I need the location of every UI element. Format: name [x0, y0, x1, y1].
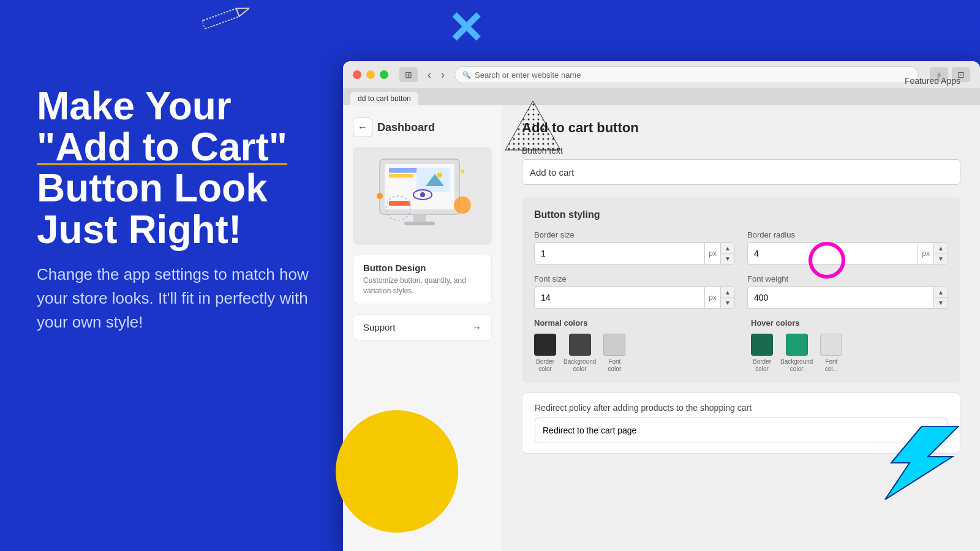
traffic-lights	[353, 70, 388, 79]
colors-row: Normal colors Bordercolor Backgroundcolo…	[534, 318, 948, 373]
hover-colors-title: Hover colors	[751, 318, 948, 328]
font-weight-down[interactable]: ▼	[934, 298, 948, 308]
border-row: Border size px ▲ ▼ Border radius	[534, 230, 948, 264]
lightning-decoration	[867, 426, 977, 502]
border-size-label: Border size	[534, 230, 735, 239]
address-text: Search or enter website name	[475, 70, 581, 80]
svg-rect-9	[389, 174, 413, 178]
font-size-unit: px	[704, 287, 720, 308]
minimize-button[interactable]	[366, 70, 375, 79]
button-design-label: Button Design	[363, 263, 481, 273]
back-nav-button[interactable]: ‹	[424, 67, 435, 83]
svg-marker-5	[885, 426, 959, 500]
border-radius-down[interactable]: ▼	[934, 253, 948, 264]
normal-bg-color-swatch[interactable]	[569, 334, 591, 356]
font-weight-input[interactable]	[748, 293, 933, 302]
button-text-label: Button text	[522, 146, 960, 156]
svg-marker-2	[236, 4, 251, 17]
border-radius-label: Border radius	[747, 230, 948, 239]
font-weight-group: Font weight ▲ ▼	[747, 274, 948, 309]
sidebar-back[interactable]: ← Dashboard	[353, 118, 492, 137]
browser-tab-bar: dd to cart button	[343, 88, 980, 105]
svg-rect-17	[413, 214, 426, 222]
svg-rect-18	[404, 222, 435, 225]
styling-title: Button styling	[534, 209, 948, 220]
border-radius-input-wrapper: px ▲ ▼	[747, 242, 948, 264]
headline: Make Your "Add to Cart" Button Look Just…	[37, 86, 331, 250]
button-design-menu-item[interactable]: Button Design Customize button, quantity…	[353, 255, 492, 304]
svg-marker-4	[505, 101, 560, 150]
headline-highlight: "Add to Cart"	[37, 125, 287, 169]
redirect-value: Redirect to the cart page	[543, 425, 636, 435]
normal-border-color-swatch[interactable]	[534, 334, 556, 356]
hover-border-color-swatch[interactable]	[751, 334, 773, 356]
search-icon: 🔍	[462, 71, 471, 79]
dashboard-label: Dashboard	[377, 121, 435, 134]
normal-border-color-label: Bordercolor	[536, 358, 554, 373]
maximize-button[interactable]	[380, 70, 388, 79]
browser-controls: ⊞	[399, 67, 418, 82]
left-panel: Make Your "Add to Cart" Button Look Just…	[37, 86, 331, 334]
border-size-group: Border size px ▲ ▼	[534, 230, 735, 264]
support-label: Support	[363, 322, 396, 332]
normal-font-color-label: Fontcolor	[608, 358, 622, 373]
font-weight-label: Font weight	[747, 274, 948, 283]
close-button[interactable]	[353, 70, 361, 79]
styling-section: Button styling Border size px ▲ ▼	[522, 197, 960, 383]
border-size-unit: px	[704, 243, 720, 264]
border-size-up[interactable]: ▲	[721, 243, 734, 253]
font-size-stepper: ▲ ▼	[720, 287, 734, 308]
hover-border-color-label: Bordercolor	[753, 358, 771, 373]
border-size-input[interactable]	[535, 249, 704, 258]
button-design-content: Button Design Customize button, quantity…	[363, 263, 481, 296]
normal-bg-color-item: Backgroundcolor	[564, 334, 596, 373]
svg-point-14	[420, 192, 425, 197]
support-arrow-icon: →	[472, 322, 481, 332]
border-radius-stepper: ▲ ▼	[933, 243, 948, 264]
hover-color-swatches: Bordercolor Backgroundcolor Fontcol...	[751, 334, 948, 373]
triangle-decoration	[502, 98, 564, 156]
border-radius-unit: px	[918, 243, 933, 264]
subheadline: Change the app settings to match how you…	[37, 263, 331, 334]
border-size-input-wrapper: px ▲ ▼	[534, 242, 735, 264]
active-tab[interactable]: dd to cart button	[350, 92, 418, 105]
hover-font-color-swatch[interactable]	[820, 334, 842, 356]
browser-titlebar: ⊞ ‹ › 🔍 Search or enter website name + ⊡	[343, 61, 980, 88]
hover-bg-color-swatch[interactable]	[786, 334, 808, 356]
font-weight-input-wrapper: ▲ ▼	[747, 287, 948, 309]
sidebar-illustration	[353, 147, 492, 245]
font-size-input[interactable]	[535, 293, 704, 302]
section-title: Add to cart button	[522, 120, 960, 136]
font-size-group: Font size px ▲ ▼	[534, 274, 735, 309]
font-size-up[interactable]: ▲	[721, 287, 734, 298]
hover-bg-color-label: Backgroundcolor	[780, 358, 813, 373]
button-design-desc: Customize button, quantity, and variatio…	[363, 276, 481, 296]
border-radius-up[interactable]: ▲	[934, 243, 948, 253]
normal-color-swatches: Bordercolor Backgroundcolor Fontcolor	[534, 334, 731, 373]
magenta-circle-decoration	[809, 242, 845, 279]
address-bar[interactable]: 🔍 Search or enter website name	[454, 66, 919, 83]
hover-bg-color-item: Backgroundcolor	[780, 334, 813, 373]
font-size-label: Font size	[534, 274, 735, 283]
font-weight-up[interactable]: ▲	[934, 287, 948, 298]
svg-point-21	[377, 193, 383, 199]
border-size-down[interactable]: ▼	[721, 253, 734, 264]
font-row: Font size px ▲ ▼ Font weight	[534, 274, 948, 309]
redirect-label: Redirect policy after adding products to…	[535, 403, 948, 413]
svg-point-16	[454, 197, 471, 214]
browser-nav: ‹ ›	[424, 67, 448, 83]
x-decoration: ✕	[447, 6, 484, 50]
font-size-down[interactable]: ▼	[721, 298, 734, 308]
forward-nav-button[interactable]: ›	[437, 67, 448, 83]
support-menu-item[interactable]: Support →	[353, 314, 492, 340]
hover-font-color-item: Fontcol...	[820, 334, 842, 373]
tab-grid-button[interactable]: ⊞	[399, 67, 418, 82]
button-text-input[interactable]	[522, 159, 960, 185]
normal-font-color-swatch[interactable]	[603, 334, 625, 356]
hover-border-color-item: Bordercolor	[751, 334, 773, 373]
back-arrow-icon[interactable]: ←	[353, 118, 372, 137]
normal-colors-group: Normal colors Bordercolor Backgroundcolo…	[534, 318, 731, 373]
hover-colors-group: Hover colors Bordercolor Backgroundcolor	[751, 318, 948, 373]
border-size-stepper: ▲ ▼	[720, 243, 734, 264]
normal-bg-color-label: Backgroundcolor	[564, 358, 596, 373]
